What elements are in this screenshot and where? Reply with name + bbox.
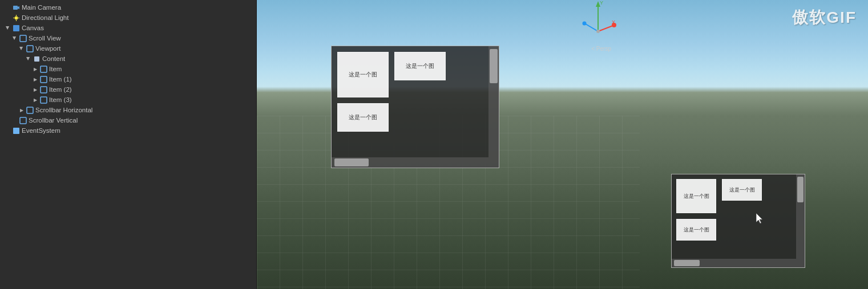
- item3-icon: [39, 96, 47, 104]
- scrollbar-h-label: Scrollbar Horizontal: [35, 107, 92, 113]
- item1-label: Item (1): [49, 76, 72, 83]
- scene-item-1-text: 这是一个图: [406, 62, 434, 70]
- svg-rect-9: [27, 46, 33, 52]
- hierarchy-item-scrollbar-v[interactable]: Scrollbar Vertical: [0, 115, 256, 125]
- hierarchy-item-event-system[interactable]: EventSystem: [0, 125, 256, 136]
- hierarchy-item-content[interactable]: ▶ Content: [0, 54, 256, 64]
- hierarchy-item-scroll-view[interactable]: ▶ Scroll View: [0, 33, 256, 43]
- scrollbar-h-arrow: ▶: [18, 107, 25, 113]
- item-arrow: ▶: [32, 66, 39, 72]
- content-arrow: ▶: [25, 55, 32, 62]
- item3-label: Item (3): [49, 96, 72, 103]
- svg-rect-17: [13, 128, 19, 134]
- scene-horizontal-scrollbar-thumb[interactable]: [334, 158, 369, 166]
- light-icon: [12, 14, 20, 22]
- scene-item-2-text: 这是一个图: [349, 113, 377, 121]
- game-item-2: 这是一个图: [676, 219, 716, 241]
- hierarchy-item-item3[interactable]: ▶ Item (3): [0, 95, 256, 105]
- svg-marker-27: [756, 213, 762, 223]
- svg-point-2: [14, 16, 18, 19]
- game-horizontal-scrollbar-thumb[interactable]: [674, 260, 700, 266]
- scene-item-0-text: 这是一个图: [349, 71, 377, 79]
- hierarchy-item-scrollbar-h[interactable]: ▶ Scrollbar Horizontal: [0, 105, 256, 115]
- game-scroll-content: 这是一个图 这是一个图 这是一个图: [672, 174, 805, 267]
- svg-rect-13: [41, 87, 47, 93]
- item-icon: [39, 65, 47, 73]
- svg-rect-7: [13, 25, 19, 31]
- persp-label: < Persp: [591, 46, 611, 52]
- scene-horizontal-scrollbar[interactable]: [332, 157, 488, 168]
- scrollbar-v-icon: [19, 116, 27, 124]
- game-item-1-text: 这是一个图: [729, 186, 755, 194]
- directional-light-label: Directional Light: [22, 14, 68, 21]
- arrow-spacer: [5, 14, 11, 21]
- game-item-1: 这是一个图: [722, 179, 762, 201]
- viewport-label: Viewport: [35, 45, 61, 52]
- scene-scroll-view: 这是一个图 这是一个图 这是一个图: [331, 46, 499, 168]
- main-camera-label: Main Camera: [22, 4, 61, 11]
- scrollbar-h-icon: [26, 106, 34, 114]
- svg-rect-10: [34, 56, 39, 62]
- content-label: Content: [42, 55, 65, 62]
- svg-point-25: [583, 22, 587, 26]
- scroll-view-icon: [19, 34, 27, 42]
- event-system-label: EventSystem: [22, 127, 60, 134]
- scene-item-2: 这是一个图: [337, 103, 389, 132]
- arrow-spacer2: [11, 117, 18, 124]
- svg-rect-12: [41, 76, 47, 83]
- viewport-icon: [26, 44, 34, 52]
- event-icon: [12, 127, 20, 135]
- game-vertical-scrollbar-thumb[interactable]: [797, 177, 804, 202]
- hierarchy-item-item[interactable]: ▶ Item: [0, 64, 256, 74]
- event-arrow-spacer: [5, 127, 11, 134]
- viewport-arrow: ▶: [18, 45, 25, 52]
- arrow-spacer: [5, 4, 11, 11]
- item2-label: Item (2): [49, 86, 72, 93]
- svg-rect-16: [20, 117, 26, 124]
- canvas-arrow: ▶: [5, 25, 11, 31]
- content-icon: [33, 55, 41, 63]
- svg-text:X: X: [612, 19, 615, 25]
- scroll-view-label: Scroll View: [29, 35, 61, 42]
- scene-scroll-content: 这是一个图 这是一个图 这是一个图: [332, 46, 499, 168]
- game-item-0-text: 这是一个图: [684, 193, 709, 200]
- game-horizontal-scrollbar[interactable]: [672, 259, 796, 267]
- item2-icon: [39, 86, 47, 93]
- game-panel: 傲软GIF 这是一个图 这是一个图 这是一个图: [640, 0, 868, 289]
- svg-line-24: [586, 24, 598, 31]
- game-vertical-scrollbar[interactable]: [796, 174, 805, 267]
- svg-rect-11: [41, 66, 47, 72]
- item1-icon: [39, 75, 47, 83]
- scrollbar-v-label: Scrollbar Vertical: [29, 117, 78, 124]
- item2-arrow: ▶: [32, 86, 39, 93]
- gizmo-widget: Y X: [580, 0, 617, 40]
- svg-rect-15: [27, 107, 33, 113]
- hierarchy-item-item2[interactable]: ▶ Item (2): [0, 84, 256, 95]
- scene-panel: Y X < Persp 这是一个图 这是一个图 这是一个图: [257, 0, 640, 289]
- svg-rect-0: [13, 6, 18, 10]
- canvas-label: Canvas: [22, 25, 44, 31]
- svg-rect-8: [20, 35, 26, 42]
- camera-icon: [12, 3, 20, 11]
- canvas-icon: [12, 24, 20, 32]
- item3-arrow: ▶: [32, 96, 39, 103]
- svg-text:Y: Y: [600, 0, 603, 6]
- scroll-view-arrow: ▶: [11, 35, 18, 42]
- hierarchy-item-item1[interactable]: ▶ Item (1): [0, 74, 256, 84]
- cursor: [756, 213, 764, 225]
- svg-line-21: [598, 26, 613, 31]
- hierarchy-item-canvas[interactable]: ▶ Canvas: [0, 23, 256, 33]
- game-item-0: 这是一个图: [676, 179, 716, 213]
- svg-marker-1: [18, 6, 19, 9]
- hierarchy-item-main-camera[interactable]: Main Camera: [0, 2, 256, 13]
- hierarchy-item-directional-light[interactable]: Directional Light: [0, 13, 256, 23]
- hierarchy-item-viewport[interactable]: ▶ Viewport: [0, 43, 256, 54]
- scene-vertical-scrollbar[interactable]: [488, 46, 499, 168]
- game-item-2-text: 这是一个图: [684, 226, 709, 234]
- item-label: Item: [49, 66, 62, 72]
- scene-vertical-scrollbar-thumb[interactable]: [490, 49, 498, 83]
- item1-arrow: ▶: [32, 76, 39, 83]
- game-scroll-view: 这是一个图 这是一个图 这是一个图: [671, 174, 805, 268]
- scene-item-0: 这是一个图: [337, 52, 389, 97]
- svg-point-26: [596, 30, 600, 33]
